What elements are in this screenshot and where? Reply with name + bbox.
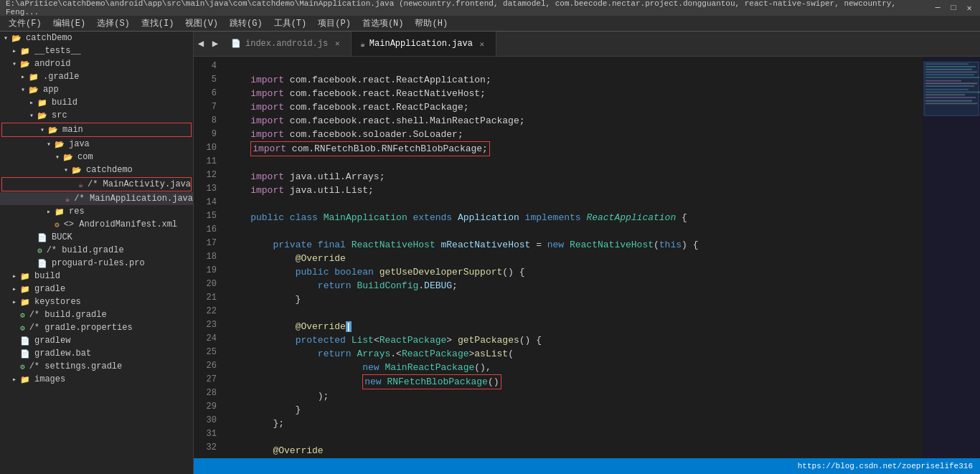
sidebar-item-build-app[interactable]: ▸📁build	[0, 96, 193, 109]
tree-icon: ☕	[65, 194, 70, 204]
menu-item[interactable]: 视图(V)	[179, 16, 224, 31]
sidebar-item-proguard[interactable]: 📄proguard-rules.pro	[0, 257, 193, 270]
tree-label: /* MainActivity.java	[88, 179, 191, 189]
code-line: import com.facebook.react.ReactPackage;	[228, 100, 915, 114]
sidebar-item-src[interactable]: ▾📂src	[0, 109, 193, 122]
tree-arrow: ▸	[9, 298, 20, 306]
editor-content: 4567891011121314151617181920212223242526…	[194, 57, 980, 458]
sidebar-item-com[interactable]: ▾📂com	[0, 151, 193, 163]
sidebar-item-build[interactable]: ▸📁build	[0, 270, 193, 283]
status-url: https://blog.csdn.net/zoepriselife316	[798, 462, 973, 470]
tree-icon: ⚙	[20, 362, 25, 371]
sidebar-item-build.gradle[interactable]: ⚙/* build.gradle	[0, 308, 193, 321]
sidebar-item-build.gradle-app[interactable]: ⚙/* build.gradle	[0, 244, 193, 257]
sidebar-item-_tests_[interactable]: ▸📁__tests__	[0, 44, 193, 57]
sidebar-item-MainActivity[interactable]: ☕/* MainActivity.java	[1, 177, 192, 191]
sidebar-item-MainApplication[interactable]: ☕/* MainApplication.java	[0, 192, 193, 205]
sidebar-item-AndroidManifest[interactable]: ⚙<> AndroidManifest.xml	[0, 218, 193, 231]
menu-item[interactable]: 编辑(E)	[47, 16, 92, 31]
tree-icon: 📂	[20, 60, 30, 69]
tree-icon: 📄	[37, 259, 47, 268]
menu-item[interactable]: 工具(T)	[268, 16, 313, 31]
minimize-button[interactable]: ─	[933, 3, 943, 13]
maximize-button[interactable]: □	[948, 3, 958, 13]
sidebar-item-catchdemo[interactable]: ▾📂catchdemo	[0, 163, 193, 176]
tree-icon: 📄	[20, 336, 30, 346]
tab-nav-left[interactable]: ◀	[194, 32, 208, 56]
menu-item[interactable]: 跳转(G)	[224, 16, 268, 31]
tree-label: __tests__	[34, 46, 81, 56]
tree-arrow: ▸	[26, 98, 37, 107]
tree-label: src	[52, 110, 67, 120]
menu-item[interactable]: 查找(I)	[136, 16, 180, 31]
tree-label: gradlew	[34, 336, 70, 346]
sidebar-item-gradlew.bat[interactable]: 📄gradlew.bat	[0, 347, 193, 360]
line-number: 14	[194, 196, 217, 209]
sidebar-item-android[interactable]: ▾📂android	[0, 57, 193, 70]
tree-label: main	[62, 125, 83, 135]
code-line	[228, 197, 915, 211]
sidebar-item-gradlew[interactable]: 📄gradlew	[0, 334, 193, 347]
code-line: }	[228, 293, 915, 306]
code-line: @Override	[228, 252, 915, 265]
sidebar-item-keystores[interactable]: ▸📁keystores	[0, 295, 193, 308]
tree-label: app	[43, 85, 59, 95]
tree-icon: 📂	[29, 85, 39, 95]
minimap-area	[923, 57, 980, 458]
tabs-container: 📄index.android.js✕☕MainApplication.java✕	[222, 32, 496, 56]
code-area[interactable]: import com.facebook.react.ReactApplicati…	[222, 57, 980, 458]
sidebar-item-res[interactable]: ▸📁res	[0, 205, 193, 218]
line-number: 15	[194, 209, 217, 223]
line-number: 8	[194, 114, 217, 128]
code-line: new MainReactPackage(),	[228, 361, 915, 374]
tree-arrow: ▾	[43, 140, 55, 148]
sidebar-item-BUCK[interactable]: 📄BUCK	[0, 231, 193, 244]
sidebar-item-app[interactable]: ▾📂app	[0, 83, 193, 96]
status-bar: https://blog.csdn.net/zoepriselife316	[194, 458, 980, 474]
sidebar-item-images[interactable]: ▸📁images	[0, 373, 193, 386]
code-line: new RNFetchBlobPackage()	[228, 374, 915, 389]
menu-item[interactable]: 首选项(N)	[357, 16, 410, 31]
tab-tab-index[interactable]: 📄index.android.js✕	[222, 32, 352, 56]
line-number: 24	[194, 332, 217, 346]
tree-icon: 📁	[20, 298, 30, 307]
close-button[interactable]: ✕	[964, 3, 974, 13]
menu-item[interactable]: 项目(P)	[312, 16, 357, 31]
menu-bar: 文件(F)编辑(E)选择(S)查找(I)视图(V)跳转(G)工具(T)项目(P)…	[0, 16, 980, 32]
line-number: 23	[194, 318, 217, 332]
tab-nav-right[interactable]: ▶	[208, 32, 222, 56]
code-line: import java.util.List;	[228, 184, 915, 197]
tree-icon: 📁	[29, 72, 39, 82]
code-line: public class MainApplication extends App…	[228, 211, 915, 224]
code-line: @Override|	[228, 320, 915, 333]
line-number: 6	[194, 87, 217, 100]
tree-label: gradle	[34, 284, 65, 294]
sidebar-item-java[interactable]: ▾📂java	[0, 138, 193, 151]
menu-item[interactable]: 文件(F)	[3, 16, 47, 31]
sidebar-item-main[interactable]: ▾📂main	[1, 123, 192, 137]
sidebar-item-catchDemo[interactable]: ▾📂catchDemo	[0, 32, 193, 44]
tab-icon: 📄	[231, 39, 241, 48]
tab-tab-main[interactable]: ☕MainApplication.java✕	[352, 32, 496, 56]
tree-arrow: ▾	[0, 34, 11, 42]
line-number: 16	[194, 223, 217, 237]
tree-icon: 📂	[11, 34, 22, 43]
tree-icon: 📁	[20, 285, 30, 294]
sidebar-item-gradle.properties[interactable]: ⚙/* gradle.properties	[0, 321, 193, 334]
tree-label: keystores	[34, 297, 81, 307]
svg-rect-0	[923, 57, 980, 458]
tab-close[interactable]: ✕	[477, 39, 487, 49]
sidebar-item-settings.gradle[interactable]: ⚙/* settings.gradle	[0, 360, 193, 373]
menu-item[interactable]: 选择(S)	[91, 16, 136, 31]
line-number: 10	[194, 141, 217, 155]
tree-label: images	[34, 374, 65, 384]
sidebar-item-gradle[interactable]: ▸📁gradle	[0, 283, 193, 295]
sidebar-item-.gradle[interactable]: ▸📁.gradle	[0, 70, 193, 83]
menu-item[interactable]: 帮助(H)	[409, 16, 453, 31]
tree-arrow: ▸	[9, 375, 20, 384]
main-layout: ▾📂catchDemo▸📁__tests__▾📂android▸📁.gradle…	[0, 32, 980, 474]
tree-icon: ⚙	[20, 323, 25, 333]
code-line: import com.facebook.react.shell.MainReac…	[228, 114, 915, 128]
code-line	[228, 224, 915, 238]
tab-close[interactable]: ✕	[332, 39, 342, 49]
